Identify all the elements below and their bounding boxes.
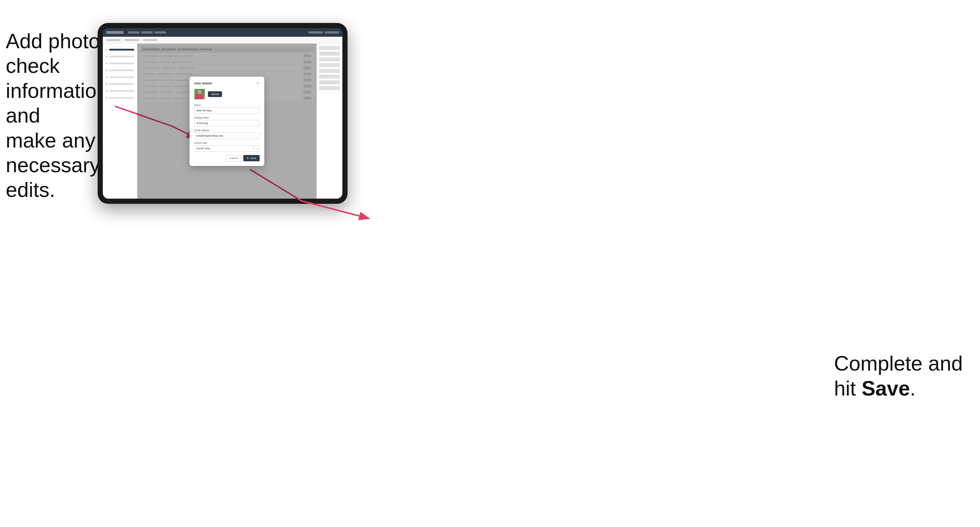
breadcrumb-3 [143,39,158,41]
tablet-screen: / / [103,28,342,198]
right-panel-item-2 [319,52,340,56]
name-input[interactable] [194,107,260,114]
modal-overlay: User details × Upload [137,44,317,198]
sidebar-item-4[interactable] [103,67,137,73]
school-year-select[interactable]: First Year Second Year Third Year Fourth… [194,145,260,152]
school-year-field-group: School Year First Year Second Year Third… [194,141,260,152]
display-name-label: Display name [194,116,260,119]
modal-close-button[interactable]: × [256,81,260,85]
avatar-section: Upload [194,89,260,100]
person-head [197,90,202,94]
right-annotation: Complete and hit Save. [834,351,963,401]
sidebar-dot-2 [106,56,107,57]
right-panel-item-5 [319,69,340,73]
cancel-button[interactable]: Cancel [226,155,241,161]
sidebar [103,44,137,198]
sidebar-label-7 [109,90,134,92]
app-content: User details × Upload [103,44,342,198]
display-name-input[interactable] [194,120,260,126]
sidebar-label-6 [109,83,134,85]
breadcrumb-sep: / [123,39,123,41]
modal-footer: Cancel ⬆ Save [194,155,260,161]
sidebar-label-8 [109,97,134,99]
app-nav [128,31,166,33]
sidebar-item-3[interactable] [103,60,137,67]
sidebar-dot-1 [106,49,107,51]
sidebar-item-2[interactable] [103,53,137,60]
modal-title: User details [194,81,212,85]
school-year-select-wrapper: First Year Second Year Third Year Fourth… [194,145,260,152]
breadcrumb-sep-2: / [141,39,141,41]
breadcrumb-2 [125,39,139,41]
right-panel-item-1 [319,46,340,50]
avatar-person [194,89,205,99]
sidebar-dot-7 [106,90,107,92]
sidebar-dot-8 [106,97,107,99]
sidebar-dot-5 [106,76,107,78]
email-field-group: Email address [194,129,260,139]
sidebar-item-1[interactable] [103,46,137,53]
sidebar-item-5[interactable] [103,74,137,80]
app-header [103,28,342,37]
save-button[interactable]: ⬆ Save [243,155,260,161]
name-field-group: Name [194,104,260,114]
sidebar-label-2 [109,56,134,57]
sidebar-item-7[interactable] [103,88,137,94]
modal-header: User details × [194,81,260,85]
sidebar-label-1 [109,49,134,51]
main-content: User details × Upload [137,44,317,198]
modal-dialog: User details × Upload [189,77,264,166]
tablet-frame: / / [98,23,348,204]
breadcrumb-1 [106,39,121,41]
person-body [196,94,203,99]
sidebar-dot-6 [106,83,107,85]
nav-item-1 [128,31,140,33]
sidebar-label-3 [109,63,134,64]
sidebar-dot-3 [106,63,107,64]
save-icon: ⬆ [247,157,249,160]
select-clear-icon[interactable]: × [253,147,255,150]
right-panel-item-3 [319,57,340,62]
nav-item-3 [154,31,166,33]
avatar-image [194,89,205,100]
app-subheader: / / [103,37,342,44]
email-label: Email address [194,129,260,132]
right-panel-item-6 [319,75,340,79]
right-panel [317,44,342,198]
sidebar-label-5 [109,76,134,78]
select-arrow-icon: ⌄ [256,147,258,149]
app-logo [106,31,124,34]
name-label: Name [194,104,260,106]
school-year-label: School Year [194,141,260,144]
upload-button[interactable]: Upload [208,91,222,97]
email-input[interactable] [194,133,260,139]
sidebar-dot-4 [106,70,107,71]
header-right [309,31,339,33]
right-panel-item-7 [319,80,340,84]
right-panel-item-4 [319,63,340,67]
nav-item-2 [141,31,153,33]
sidebar-label-4 [109,70,134,71]
sidebar-item-6[interactable] [103,81,137,87]
save-label: Save [250,157,256,160]
header-right-item-1 [309,31,323,33]
display-name-field-group: Display name [194,116,260,126]
right-panel-item-8 [319,86,340,90]
sidebar-item-8[interactable] [103,95,137,101]
header-right-item-2 [325,31,339,33]
